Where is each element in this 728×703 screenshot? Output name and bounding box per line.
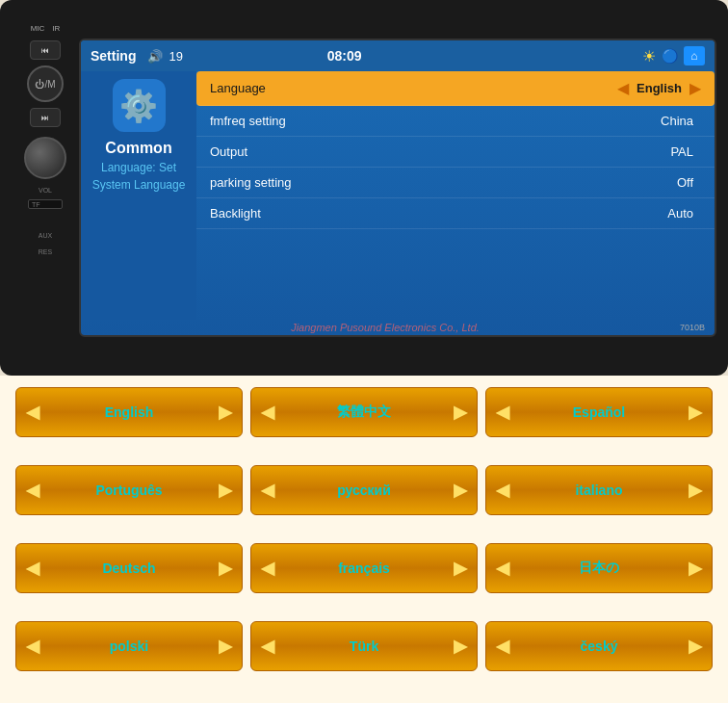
lang-button-日本の[interactable]: ◀日本の▶	[485, 543, 713, 593]
setting-label-language: Language	[210, 81, 617, 95]
car-unit: MIC IR ⏮ ⏻/M ⏭ VOL TF AUX RES	[0, 0, 728, 376]
lang-arrow-right-11[interactable]: ▶	[689, 636, 702, 657]
mic-ir-labels: MIC IR	[31, 24, 61, 33]
screen-title: Setting	[91, 48, 136, 64]
lang-arrow-left-7[interactable]: ◀	[261, 558, 274, 579]
next-icon: ⏭	[41, 114, 49, 122]
lang-button-español[interactable]: ◀Español▶	[485, 387, 713, 437]
lang-arrow-right-0[interactable]: ▶	[219, 402, 232, 423]
sidebar-item-system-language[interactable]: System Language	[92, 178, 186, 192]
lang-arrow-right-6[interactable]: ▶	[219, 558, 232, 579]
lang-button-русский[interactable]: ◀русский▶	[250, 465, 478, 515]
page-wrapper: MIC IR ⏮ ⏻/M ⏭ VOL TF AUX RES	[0, 0, 728, 703]
setting-row-backlight[interactable]: Backlight Auto	[196, 198, 715, 229]
lang-arrow-right-10[interactable]: ▶	[454, 636, 467, 657]
lang-arrow-right-7[interactable]: ▶	[454, 558, 467, 579]
lang-button-český[interactable]: ◀český▶	[485, 621, 713, 671]
setting-label-parking: parking setting	[210, 175, 669, 190]
home-icon: ⌂	[690, 49, 697, 63]
setting-label-output: Output	[210, 144, 663, 159]
screen-sidebar: ⚙️ Common Language: Set System Language	[81, 71, 196, 320]
mic-label: MIC	[31, 24, 45, 33]
status-right-icons: ☀ 🔵 ⌂	[642, 46, 705, 65]
lang-arrow-left-8[interactable]: ◀	[496, 558, 509, 579]
lang-arrow-right-3[interactable]: ▶	[219, 480, 232, 501]
main-screen: Setting 🔊 19 08:09 ☀ 🔵 ⌂	[79, 39, 716, 337]
lang-arrow-left-9[interactable]: ◀	[26, 636, 39, 657]
settings-icon-box: ⚙️	[113, 79, 166, 132]
lang-name-3: Português	[39, 482, 219, 498]
lang-name-9: polski	[39, 638, 219, 654]
lang-name-0: English	[39, 404, 219, 420]
lang-name-8: 日本の	[509, 560, 689, 577]
lang-button-polski[interactable]: ◀polski▶	[15, 621, 243, 671]
home-button[interactable]: ⌂	[684, 46, 705, 65]
lang-arrow-left-3[interactable]: ◀	[26, 480, 39, 501]
lang-arrow-left-2[interactable]: ◀	[496, 402, 509, 423]
lang-arrow-right-4[interactable]: ▶	[454, 480, 467, 501]
lang-arrow-left-0[interactable]: ◀	[26, 402, 39, 423]
prev-button[interactable]: ⏮	[30, 40, 61, 60]
lang-name-7: français	[274, 560, 454, 576]
lang-arrow-left-11[interactable]: ◀	[496, 636, 509, 657]
setting-value-language: English	[637, 81, 682, 95]
setting-value-parking: Off	[677, 175, 693, 190]
lang-button-português[interactable]: ◀Português▶	[15, 465, 243, 515]
time-display: 08:09	[327, 48, 362, 64]
res-label: RES	[39, 248, 52, 255]
lang-name-11: český	[509, 638, 689, 654]
bluetooth-icon: 🔵	[662, 48, 678, 64]
next-button[interactable]: ⏭	[30, 108, 61, 127]
volume-icon: 🔊	[147, 49, 163, 64]
lang-button-türk[interactable]: ◀Türk▶	[250, 621, 478, 671]
language-arrow-left[interactable]: ◀	[617, 79, 629, 97]
setting-row-parking[interactable]: parking setting Off	[196, 168, 715, 198]
language-grid-section: ◀English▶◀繁體中文▶◀Español▶◀Português▶◀русс…	[0, 376, 728, 703]
lang-arrow-left-4[interactable]: ◀	[261, 480, 274, 501]
tf-slot: TF	[28, 199, 63, 209]
lang-name-1: 繁體中文	[274, 404, 454, 421]
prev-icon: ⏮	[41, 46, 49, 55]
setting-value-fmfreq: China	[661, 114, 693, 128]
setting-row-output[interactable]: Output PAL	[196, 137, 715, 168]
vol-label: VOL	[39, 187, 52, 194]
lang-arrow-right-9[interactable]: ▶	[219, 636, 232, 657]
lang-arrow-left-1[interactable]: ◀	[261, 402, 274, 423]
lang-button-繁體中文[interactable]: ◀繁體中文▶	[250, 387, 478, 437]
lang-button-français[interactable]: ◀français▶	[250, 543, 478, 593]
lang-arrow-left-5[interactable]: ◀	[496, 480, 509, 501]
sun-icon: ☀	[642, 47, 656, 65]
watermark-text: Jiangmen Pusound Electronics Co., Ltd.	[91, 322, 680, 333]
lang-arrow-right-2[interactable]: ▶	[689, 402, 702, 423]
setting-row-language[interactable]: Language ◀ English ▶	[196, 71, 715, 106]
lang-arrow-left-10[interactable]: ◀	[261, 636, 274, 657]
sidebar-item-language-set[interactable]: Language: Set	[101, 161, 176, 174]
setting-value-backlight: Auto	[667, 206, 693, 221]
status-bar: Setting 🔊 19 08:09 ☀ 🔵 ⌂	[81, 40, 715, 71]
status-icons: 🔊 19	[147, 49, 182, 64]
volume-level: 19	[169, 49, 182, 64]
settings-panel: Language ◀ English ▶ fmfreq setting Chin…	[196, 71, 715, 320]
lang-name-10: Türk	[274, 638, 454, 654]
setting-row-fmfreq[interactable]: fmfreq setting China	[196, 106, 715, 137]
tf-label: TF	[32, 201, 40, 208]
left-panel: MIC IR ⏮ ⏻/M ⏭ VOL TF AUX RES	[12, 24, 79, 352]
lang-arrow-right-1[interactable]: ▶	[454, 402, 467, 423]
lang-button-english[interactable]: ◀English▶	[15, 387, 243, 437]
lang-arrow-left-6[interactable]: ◀	[26, 558, 39, 579]
lang-name-4: русский	[274, 482, 454, 498]
watermark-row: Jiangmen Pusound Electronics Co., Ltd. 7…	[81, 320, 715, 335]
power-button[interactable]: ⏻/M	[27, 65, 64, 102]
lang-arrow-right-8[interactable]: ▶	[689, 558, 702, 579]
lang-button-italiano[interactable]: ◀italiano▶	[485, 465, 713, 515]
screen-body: ⚙️ Common Language: Set System Language …	[81, 71, 715, 320]
common-label: Common	[105, 140, 171, 157]
lang-button-deutsch[interactable]: ◀Deutsch▶	[15, 543, 243, 593]
language-arrow-right[interactable]: ▶	[689, 79, 701, 97]
lang-name-6: Deutsch	[39, 560, 219, 576]
ir-label: IR	[52, 24, 60, 33]
language-grid: ◀English▶◀繁體中文▶◀Español▶◀Português▶◀русс…	[0, 376, 728, 703]
gear-icon: ⚙️	[119, 88, 158, 124]
volume-knob[interactable]	[24, 137, 66, 179]
lang-arrow-right-5[interactable]: ▶	[689, 480, 702, 501]
